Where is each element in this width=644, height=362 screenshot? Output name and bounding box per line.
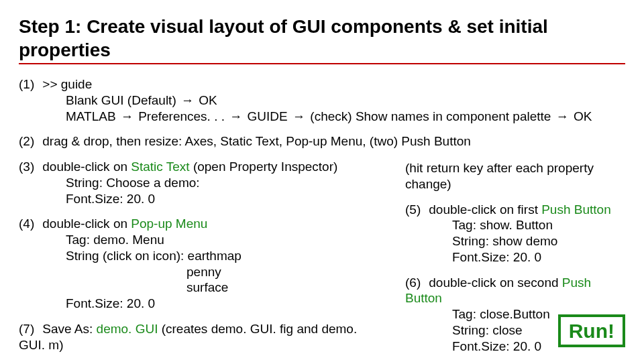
push-button-label: Push Button (541, 202, 611, 217)
step-num-1: (1) (19, 76, 39, 93)
arrow-icon: → (291, 109, 307, 123)
step-num-6: (6) (405, 275, 425, 291)
step3-l3: Font.Size: 20. 0 (19, 191, 381, 207)
step3-l1c: (open Property Inspector) (190, 160, 338, 174)
step1-l2b: OK (195, 93, 217, 107)
step1-l3b: Preferences. . . (135, 109, 228, 123)
demo-gui-label: demo. GUI (97, 322, 158, 336)
static-text-label: Static Text (131, 160, 189, 174)
step-num-2: (2) (19, 133, 39, 149)
step6-l1a: double-click on second (429, 276, 562, 290)
step7-l1a: Save As: (42, 322, 96, 336)
step1-l2a: Blank GUI (Default) (66, 93, 180, 107)
step4-l6: Font.Size: 20. 0 (19, 296, 381, 312)
step5-l2: Tag: show. Button (405, 217, 625, 233)
step-num-3: (3) (19, 159, 39, 175)
step1-l3d: (check) Show names in component palette (307, 109, 555, 123)
step-7: (7) Save As: demo. GUI (creates demo. GU… (19, 321, 381, 353)
step1-l3e: OK (570, 109, 592, 123)
arrow-icon: → (555, 109, 570, 123)
page-title: Step 1: Create visual layout of GUI comp… (19, 15, 625, 64)
step-2: (2) drag & drop, then resize: Axes, Stat… (19, 133, 625, 149)
step-1: (1) >> guide Blank GUI (Default) → OK MA… (19, 76, 625, 124)
step4-l5: surface (19, 280, 381, 296)
note-return-key: (hit return key after each property chan… (405, 160, 625, 192)
arrow-icon: → (180, 93, 195, 107)
step5-l3: String: show demo (405, 233, 625, 249)
step-num-4: (4) (19, 216, 39, 232)
step-3: (3) double-click on Static Text (open Pr… (19, 159, 381, 206)
step4-l1a: double-click on (42, 217, 131, 231)
step5-l4: Font.Size: 20. 0 (405, 249, 625, 265)
step5-l1a: double-click on first (429, 202, 541, 217)
step1-l3a: MATLAB (66, 109, 119, 123)
step-4: (4) double-click on Pop-up Menu Tag: dem… (19, 216, 381, 312)
run-button[interactable]: Run! (558, 314, 625, 348)
step4-l2: Tag: demo. Menu (19, 232, 381, 248)
step-num-5: (5) (405, 202, 425, 218)
step-5: (5) double-click on first Push Button Ta… (405, 202, 625, 265)
step4-l3: String (click on icon): earthmap (19, 248, 381, 264)
step1-line1: >> guide (42, 77, 92, 91)
step4-l4: penny (19, 264, 381, 280)
step3-l1a: double-click on (42, 160, 131, 174)
arrow-icon: → (228, 109, 244, 123)
arrow-icon: → (119, 109, 135, 123)
step1-l3c: GUIDE (244, 109, 291, 123)
step2-text: drag & drop, then resize: Axes, Static T… (42, 134, 471, 148)
step-num-7: (7) (19, 321, 39, 337)
popup-menu-label: Pop-up Menu (131, 217, 207, 231)
step3-l2: String: Choose a demo: (19, 175, 381, 191)
